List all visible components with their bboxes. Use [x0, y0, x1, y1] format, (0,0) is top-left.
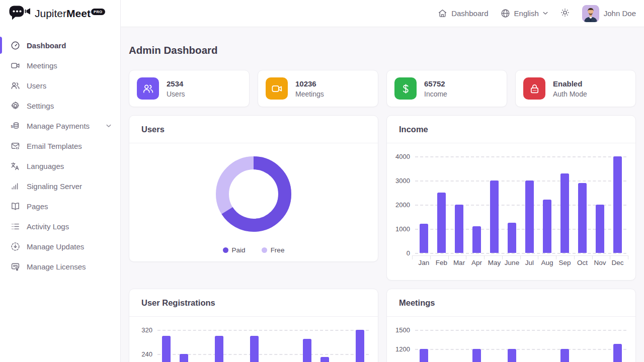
sidebar-item-activity-logs[interactable]: Activity Logs: [0, 216, 120, 236]
sidebar: JupiterMeetPRO DashboardMeetingsUsersSet…: [0, 0, 121, 362]
y-tick-label: 2000: [387, 201, 410, 209]
bar-column: [415, 224, 433, 253]
brand-name: JupiterMeetPRO: [35, 8, 105, 20]
chart-title: Users: [129, 116, 378, 143]
page-content: Admin Dashboard 2534Users10236Meetings65…: [121, 27, 644, 362]
sidebar-item-dashboard[interactable]: Dashboard: [0, 35, 120, 55]
sidebar-item-email-templates[interactable]: Email Templates: [0, 136, 120, 156]
x-tick-label: Sep: [556, 259, 574, 266]
sidebar-item-label: Manage Payments: [27, 122, 90, 130]
sidebar-item-languages[interactable]: Languages: [0, 156, 120, 176]
donut-chart: [213, 154, 294, 234]
brand-logo[interactable]: JupiterMeetPRO: [0, 0, 120, 27]
language-selector[interactable]: English: [501, 9, 548, 18]
sidebar-item-manage-licenses[interactable]: Manage Licenses: [0, 256, 120, 277]
y-tick-label: 1200: [387, 345, 410, 353]
sidebar-item-label: Dashboard: [27, 41, 66, 50]
bar-column: [351, 330, 369, 362]
sidebar-item-manage-payments[interactable]: $Manage Payments: [0, 116, 120, 136]
bar-june: [508, 223, 516, 253]
chevron-down-icon: [106, 124, 111, 128]
sidebar-item-signaling-server[interactable]: Signaling Server: [0, 176, 120, 196]
y-tick-label: 3000: [387, 177, 410, 185]
legend-item-free[interactable]: Free: [262, 246, 285, 254]
bar-feb: [180, 354, 188, 362]
stat-value: 2534: [167, 79, 185, 88]
sidebar-item-meetings[interactable]: Meetings: [0, 55, 120, 75]
x-tick-label: May: [486, 259, 503, 266]
app-window: JupiterMeetPRO DashboardMeetingsUsersSet…: [0, 0, 644, 362]
chart-body: 40003000200010000JanFebMarAprMayJuneJulA…: [387, 143, 635, 280]
stat-label: Meetings: [295, 90, 324, 98]
chart-card-user-registrations: User Registrations320240160800JanFebMarA…: [129, 289, 378, 362]
sidebar-item-label: Email Templates: [27, 142, 82, 150]
users-icon: [137, 77, 159, 100]
sidebar-item-label: Languages: [27, 162, 64, 170]
bar-column: [433, 193, 450, 253]
bar-jul: [525, 180, 534, 253]
x-tick-label: Dec: [609, 259, 626, 266]
pro-badge: PRO: [91, 9, 105, 15]
sidebar-item-settings[interactable]: Settings: [0, 96, 120, 116]
bar-column: [556, 349, 574, 362]
sidebar-item-manage-updates[interactable]: Manage Updates: [0, 236, 120, 256]
bar-column: [450, 205, 468, 253]
language-label: English: [514, 9, 539, 18]
globe-icon: [501, 9, 510, 18]
bar-may: [490, 180, 499, 253]
bar-oct: [320, 357, 329, 362]
signal-icon: [11, 182, 20, 191]
sidebar-item-users[interactable]: Users: [0, 75, 120, 96]
sidebar-item-label: Users: [27, 81, 46, 90]
gear-icon: [11, 101, 20, 111]
charts-grid: UsersPaidFreeIncome40003000200010000JanF…: [129, 115, 636, 362]
stat-value: 65752: [424, 79, 447, 88]
book-icon: [11, 202, 20, 211]
bar-dec: [613, 156, 622, 253]
stat-card-auth-mode: EnabledAuth Mode: [515, 70, 636, 107]
bar-plot: [415, 330, 626, 362]
y-tick-label: 1000: [387, 225, 410, 233]
gridline: [415, 253, 626, 254]
list-icon: [11, 222, 20, 231]
bar-column: [556, 173, 574, 253]
sidebar-item-label: Manage Licenses: [27, 262, 86, 271]
bar-apr: [472, 349, 481, 362]
y-tick-label: 4000: [387, 153, 410, 160]
bar-column: [246, 336, 263, 362]
bar-column: [538, 200, 556, 253]
avatar[interactable]: [582, 5, 599, 22]
user-menu[interactable]: John Doe: [582, 5, 636, 22]
page-title: Admin Dashboard: [129, 44, 636, 56]
chart-title: Income: [387, 116, 635, 143]
payments-icon: $: [11, 121, 20, 131]
bar-jan: [420, 349, 428, 362]
video-chat-icon: [8, 5, 31, 23]
bar-mar: [455, 205, 463, 253]
stats-row: 2534Users10236Meetings65752IncomeEnabled…: [129, 70, 636, 107]
y-tick-label: 320: [129, 326, 152, 334]
bar-apr: [215, 336, 223, 362]
sidebar-item-label: Activity Logs: [27, 222, 69, 231]
bar-column: [486, 180, 503, 253]
y-tick-label: 240: [129, 350, 152, 358]
bar-oct: [578, 183, 587, 253]
theme-toggle-button[interactable]: [560, 8, 570, 19]
bar-apr: [472, 226, 481, 253]
bar-column: [468, 349, 486, 362]
legend-item-paid[interactable]: Paid: [223, 246, 246, 254]
x-tick-label: Apr: [468, 259, 486, 266]
bar-dec: [613, 344, 622, 362]
lock-icon: [523, 77, 545, 100]
topbar-dashboard-link[interactable]: Dashboard: [438, 9, 488, 18]
video-icon: [11, 61, 20, 70]
y-tick-label: 1500: [387, 326, 410, 334]
sidebar-item-pages[interactable]: Pages: [0, 196, 120, 216]
bar-sep: [560, 173, 569, 253]
bar-plot: [415, 156, 626, 253]
users-icon: [11, 81, 20, 90]
bar-jan: [420, 224, 428, 253]
bar-feb: [437, 193, 446, 253]
chart-card-meetings: Meetings150012009006003000JanFebMarAprMa…: [386, 289, 636, 362]
svg-text:$: $: [11, 124, 14, 129]
